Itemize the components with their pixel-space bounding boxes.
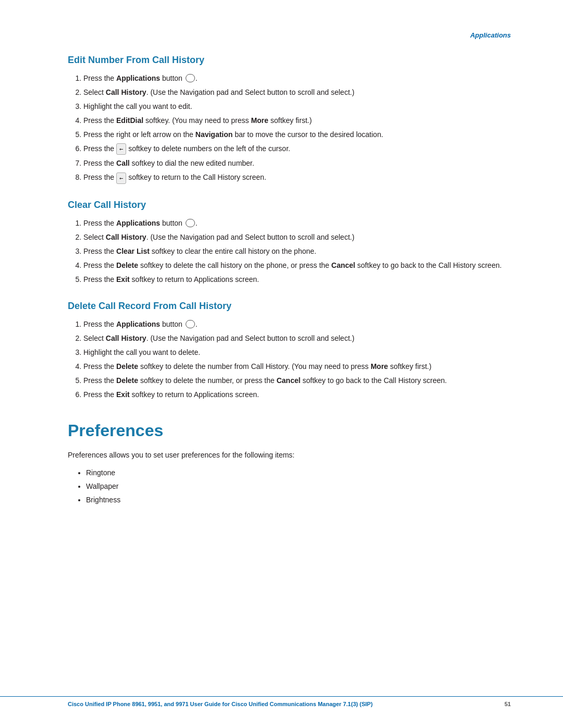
bold-text: Delete xyxy=(116,376,138,385)
list-item: Press the Delete softkey to delete the n… xyxy=(83,361,511,372)
clear-history-heading: Clear Call History xyxy=(68,200,511,211)
backspace-key-icon: ← xyxy=(116,172,126,184)
bold-text: Applications xyxy=(116,320,160,328)
preferences-intro: Preferences allows you to set user prefe… xyxy=(68,450,511,461)
backspace-key-icon: ← xyxy=(116,143,126,155)
bold-text: Exit xyxy=(116,275,130,283)
bold-text: Call History xyxy=(106,88,146,96)
list-item: Ringtone xyxy=(86,467,511,478)
list-item: Press the Call softkey to dial the new e… xyxy=(83,158,511,169)
applications-button-icon xyxy=(186,320,195,328)
footer-text: Cisco Unified IP Phone 8961, 9951, and 9… xyxy=(68,701,373,707)
list-item: Press the Clear List softkey to clear th… xyxy=(83,246,511,257)
bold-text: Applications xyxy=(116,74,160,82)
page-container: Applications Edit Number From Call Histo… xyxy=(0,0,563,728)
bold-text: More xyxy=(371,362,388,371)
preferences-bullet-list: Ringtone Wallpaper Brightness xyxy=(86,467,511,506)
list-item: Press the Delete softkey to delete the n… xyxy=(83,375,511,386)
delete-record-steps: Press the Applications button . Select C… xyxy=(78,319,511,400)
preferences-section: Preferences Preferences allows you to se… xyxy=(68,421,511,506)
list-item: Press the Exit softkey to return to Appl… xyxy=(83,274,511,285)
edit-number-steps: Press the Applications button . Select C… xyxy=(78,73,511,184)
list-item: Press the Applications button . xyxy=(83,218,511,229)
footer-page: 51 xyxy=(505,701,511,707)
list-item: Brightness xyxy=(86,494,511,505)
bold-text: Delete xyxy=(116,261,138,269)
bold-text: Call History xyxy=(106,233,146,241)
bold-text: Call History xyxy=(106,334,146,342)
list-item: Select Call History. (Use the Navigation… xyxy=(83,333,511,344)
list-item: Wallpaper xyxy=(86,480,511,492)
bold-text: Exit xyxy=(116,390,130,399)
bold-text: EditDial xyxy=(116,116,143,125)
bold-text: Applications xyxy=(116,219,160,227)
list-item: Highlight the call you want to delete. xyxy=(83,347,511,358)
list-item: Press the Applications button . xyxy=(83,319,511,330)
list-item: Select Call History. (Use the Navigation… xyxy=(83,87,511,98)
delete-record-section: Delete Call Record From Call History Pre… xyxy=(68,301,511,400)
bold-text: Call xyxy=(116,159,130,167)
bold-text: Cancel xyxy=(276,376,300,385)
edit-number-section: Edit Number From Call History Press the … xyxy=(68,55,511,184)
applications-button-icon xyxy=(186,219,195,227)
list-item: Press the ← softkey to return to the Cal… xyxy=(83,172,511,183)
edit-number-heading: Edit Number From Call History xyxy=(68,55,511,66)
list-item: Press the EditDial softkey. (You may nee… xyxy=(83,115,511,126)
applications-button-icon xyxy=(186,74,195,82)
list-item: Press the Exit softkey to return to Appl… xyxy=(83,389,511,400)
header-area: Applications xyxy=(68,31,511,39)
list-item: Press the right or left arrow on the Nav… xyxy=(83,129,511,140)
list-item: Press the Delete softkey to delete the c… xyxy=(83,260,511,271)
bold-text: Delete xyxy=(116,362,138,371)
bold-text: More xyxy=(251,116,268,125)
preferences-heading: Preferences xyxy=(68,421,511,440)
clear-history-steps: Press the Applications button . Select C… xyxy=(78,218,511,285)
list-item: Press the ← softkey to delete numbers on… xyxy=(83,143,511,155)
list-item: Highlight the call you want to edit. xyxy=(83,101,511,112)
bold-text: Navigation xyxy=(195,130,233,139)
list-item: Select Call History. (Use the Navigation… xyxy=(83,232,511,243)
delete-record-heading: Delete Call Record From Call History xyxy=(68,301,511,312)
footer-bar: Cisco Unified IP Phone 8961, 9951, and 9… xyxy=(0,696,563,707)
bold-text: Clear List xyxy=(116,247,150,255)
list-item: Press the Applications button . xyxy=(83,73,511,84)
clear-history-section: Clear Call History Press the Application… xyxy=(68,200,511,285)
bold-text: Cancel xyxy=(332,261,356,269)
header-section-title: Applications xyxy=(470,31,511,39)
